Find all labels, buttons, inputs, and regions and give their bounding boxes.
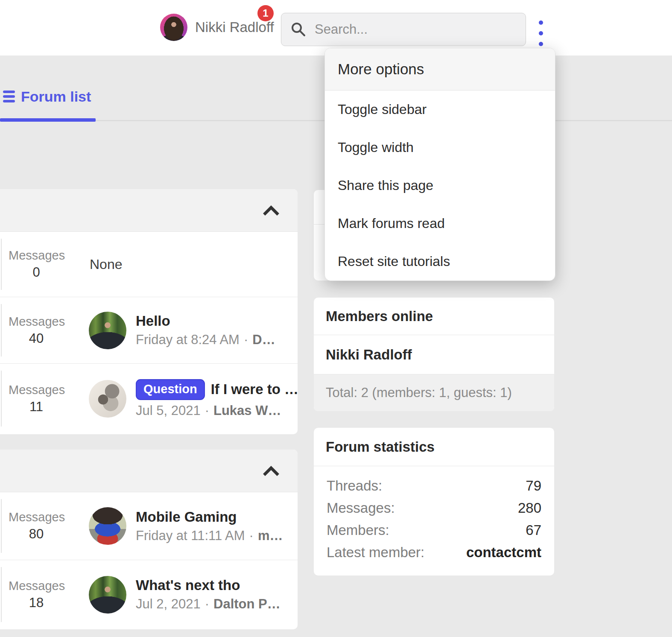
thread-title[interactable]: Mobile Gaming xyxy=(136,509,283,525)
user-avatar xyxy=(160,14,187,41)
latest-post-none: None xyxy=(90,257,123,272)
menu-item-mark-forums-read[interactable]: Mark forums read xyxy=(325,205,555,243)
top-header: Nikki Radloff 1 xyxy=(0,0,672,56)
kebab-dot xyxy=(539,42,543,46)
members-online-total: Total: 2 (members: 1, guests: 1) xyxy=(314,374,554,411)
thread-meta: Jul 2, 2021·Dalton P… xyxy=(136,596,280,612)
tab-forum-list[interactable]: Forum list xyxy=(0,88,91,105)
messages-label: Messages xyxy=(9,248,64,263)
forum-node-row[interactable]: Messages 40 Hello Friday at 8:24 AM·D… xyxy=(0,297,298,363)
thread-meta: Jul 5, 2021·Lukas W… xyxy=(136,403,298,418)
stat-row-messages: Messages: 280 xyxy=(327,497,541,519)
messages-count: 80 xyxy=(9,526,64,542)
tab-active-underline xyxy=(0,118,96,122)
messages-label: Messages xyxy=(9,579,64,593)
dog-avatar[interactable] xyxy=(89,380,126,418)
category-header xyxy=(0,189,298,232)
chevron-up-icon xyxy=(263,205,280,216)
menu-item-share-this-page[interactable]: Share this page xyxy=(325,167,555,205)
latest-member-link[interactable]: contactcmt xyxy=(466,544,541,561)
thread-title[interactable]: What's next tho xyxy=(136,577,280,593)
search-input[interactable] xyxy=(315,22,516,37)
stat-row-members: Members: 67 xyxy=(327,519,541,541)
forum-node-row[interactable]: Messages 0 None xyxy=(0,232,298,297)
thread-author[interactable]: Dalton P… xyxy=(213,596,280,611)
forum-node-row[interactable]: Messages 11 QuestionIf I were to … Jul 5… xyxy=(0,363,298,433)
kid-avatar[interactable] xyxy=(89,507,126,545)
forum-category-card: Messages 80 Mobile Gaming Friday at 11:1… xyxy=(0,450,298,629)
thread-date: Jul 2, 2021 xyxy=(136,596,201,611)
messages-count: 18 xyxy=(9,595,64,611)
kebab-dot xyxy=(539,20,543,25)
forum-node-row[interactable]: Messages 80 Mobile Gaming Friday at 11:1… xyxy=(0,492,298,560)
search-icon xyxy=(291,22,306,37)
chevron-up-icon xyxy=(263,465,280,476)
kebab-dot xyxy=(539,31,543,35)
menu-item-reset-site-tutorials[interactable]: Reset site tutorials xyxy=(325,243,555,281)
thread-meta: Friday at 8:24 AM·D… xyxy=(136,332,275,348)
messages-label: Messages xyxy=(9,383,64,397)
stat-row-threads: Threads: 79 xyxy=(327,475,541,497)
menu-item-toggle-width[interactable]: Toggle width xyxy=(325,129,555,167)
menu-item-toggle-sidebar[interactable]: Toggle sidebar xyxy=(325,91,555,129)
tab-forum-list-label: Forum list xyxy=(21,88,91,105)
more-options-button[interactable] xyxy=(535,20,547,46)
thread-title[interactable]: QuestionIf I were to … xyxy=(136,379,298,400)
more-options-menu: More options Toggle sidebar Toggle width… xyxy=(324,48,555,281)
forest-man-avatar[interactable] xyxy=(89,312,126,349)
question-prefix-badge: Question xyxy=(136,379,205,400)
members-online-widget: Members online Nikki Radloff Total: 2 (m… xyxy=(314,298,554,411)
thread-meta: Friday at 11:11 AM·m… xyxy=(136,528,283,543)
messages-count: 11 xyxy=(9,399,64,415)
stat-row-latest-member: Latest member: contactcmt xyxy=(327,541,541,564)
thread-date: Friday at 11:11 AM xyxy=(136,528,245,543)
category-header xyxy=(0,450,298,492)
thread-date: Friday at 8:24 AM xyxy=(136,332,240,347)
search-box[interactable] xyxy=(281,13,526,46)
forum-statistics-widget: Forum statistics Threads: 79 Messages: 2… xyxy=(314,428,554,576)
forum-category-card: Messages 0 None Messages 40 Hello Friday… xyxy=(0,189,298,434)
menu-title: More options xyxy=(325,48,555,91)
messages-count: 0 xyxy=(9,265,64,280)
forum-statistics-title: Forum statistics xyxy=(314,428,554,466)
account-button[interactable]: Nikki Radloff 1 xyxy=(160,6,274,49)
messages-count: 40 xyxy=(9,331,64,346)
collapse-button[interactable] xyxy=(262,203,280,218)
user-name: Nikki Radloff xyxy=(195,19,274,35)
thread-date: Jul 5, 2021 xyxy=(136,403,201,418)
thread-author[interactable]: m… xyxy=(258,528,283,543)
online-member-link[interactable]: Nikki Radloff xyxy=(314,335,554,374)
notification-badge: 1 xyxy=(257,5,274,21)
messages-label: Messages xyxy=(9,510,64,524)
collapse-button[interactable] xyxy=(262,463,280,479)
thread-author[interactable]: D… xyxy=(252,332,275,347)
thread-title[interactable]: Hello xyxy=(136,313,275,329)
members-online-title: Members online xyxy=(314,298,554,335)
messages-label: Messages xyxy=(9,315,64,329)
forest-man-avatar[interactable] xyxy=(89,576,126,614)
forum-list-icon xyxy=(0,88,15,105)
thread-author[interactable]: Lukas W… xyxy=(213,403,281,418)
forum-node-row[interactable]: Messages 18 What's next tho Jul 2, 2021·… xyxy=(0,560,298,629)
